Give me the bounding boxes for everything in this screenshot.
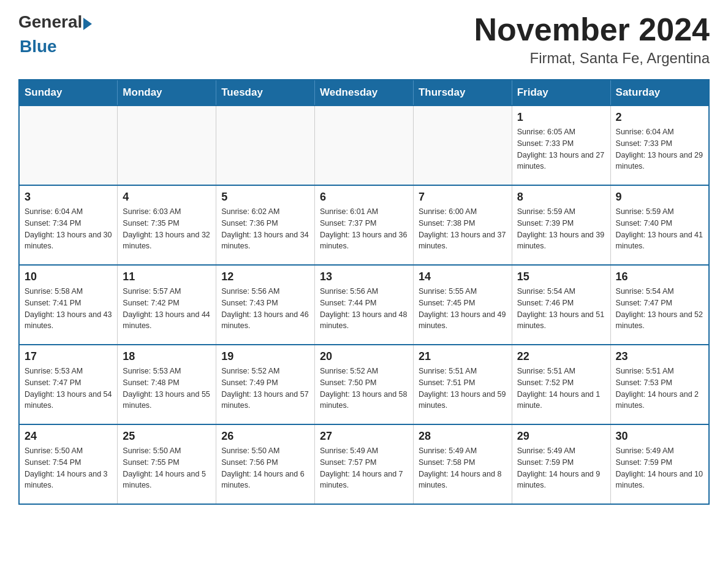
day-info: Sunrise: 5:53 AMSunset: 7:48 PMDaylight:…	[123, 366, 211, 412]
calendar-header-row: SundayMondayTuesdayWednesdayThursdayFrid…	[19, 80, 709, 105]
day-info: Sunrise: 6:00 AMSunset: 7:38 PMDaylight:…	[419, 206, 507, 252]
day-info: Sunrise: 5:54 AMSunset: 7:47 PMDaylight:…	[616, 286, 703, 332]
calendar-cell: 15Sunrise: 5:54 AMSunset: 7:46 PMDayligh…	[512, 265, 610, 345]
title-block: November 2024 Firmat, Santa Fe, Argentin…	[474, 12, 710, 67]
day-info: Sunrise: 5:53 AMSunset: 7:47 PMDaylight:…	[25, 366, 112, 412]
logo: General Blue	[18, 12, 92, 56]
calendar-cell	[315, 105, 414, 185]
day-number: 5	[221, 191, 309, 204]
day-number: 23	[616, 350, 703, 363]
day-number: 2	[616, 111, 703, 124]
calendar-cell	[118, 105, 216, 185]
calendar-week-row: 10Sunrise: 5:58 AMSunset: 7:41 PMDayligh…	[19, 265, 709, 345]
day-number: 4	[123, 191, 211, 204]
day-info: Sunrise: 5:52 AMSunset: 7:50 PMDaylight:…	[320, 366, 408, 412]
calendar-cell	[19, 105, 118, 185]
calendar-cell: 23Sunrise: 5:51 AMSunset: 7:53 PMDayligh…	[610, 345, 709, 424]
day-info: Sunrise: 6:02 AMSunset: 7:36 PMDaylight:…	[221, 206, 309, 252]
day-number: 29	[517, 430, 605, 443]
calendar-cell: 18Sunrise: 5:53 AMSunset: 7:48 PMDayligh…	[118, 345, 216, 424]
day-info: Sunrise: 5:49 AMSunset: 7:57 PMDaylight:…	[320, 445, 408, 491]
day-number: 16	[616, 270, 703, 283]
logo-general-text: General	[18, 12, 82, 32]
calendar-cell: 14Sunrise: 5:55 AMSunset: 7:45 PMDayligh…	[413, 265, 512, 345]
day-number: 30	[616, 430, 703, 443]
day-info: Sunrise: 5:49 AMSunset: 7:59 PMDaylight:…	[517, 445, 605, 491]
day-info: Sunrise: 5:49 AMSunset: 7:58 PMDaylight:…	[419, 445, 507, 491]
day-number: 28	[419, 430, 507, 443]
calendar-cell: 25Sunrise: 5:50 AMSunset: 7:55 PMDayligh…	[118, 424, 216, 504]
calendar-cell: 3Sunrise: 6:04 AMSunset: 7:34 PMDaylight…	[19, 185, 118, 265]
calendar-cell: 27Sunrise: 5:49 AMSunset: 7:57 PMDayligh…	[315, 424, 414, 504]
day-number: 22	[517, 350, 605, 363]
day-info: Sunrise: 5:50 AMSunset: 7:56 PMDaylight:…	[221, 445, 309, 491]
day-info: Sunrise: 5:59 AMSunset: 7:39 PMDaylight:…	[517, 206, 605, 252]
day-info: Sunrise: 6:05 AMSunset: 7:33 PMDaylight:…	[517, 126, 605, 172]
calendar-cell: 20Sunrise: 5:52 AMSunset: 7:50 PMDayligh…	[315, 345, 414, 424]
day-info: Sunrise: 5:50 AMSunset: 7:55 PMDaylight:…	[123, 445, 211, 491]
day-info: Sunrise: 5:51 AMSunset: 7:52 PMDaylight:…	[517, 366, 605, 412]
calendar-cell	[413, 105, 512, 185]
day-number: 9	[616, 191, 703, 204]
calendar-cell: 13Sunrise: 5:56 AMSunset: 7:44 PMDayligh…	[315, 265, 414, 345]
calendar-cell: 4Sunrise: 6:03 AMSunset: 7:35 PMDaylight…	[118, 185, 216, 265]
calendar-cell	[216, 105, 315, 185]
calendar-table: SundayMondayTuesdayWednesdayThursdayFrid…	[18, 79, 710, 505]
calendar-cell: 19Sunrise: 5:52 AMSunset: 7:49 PMDayligh…	[216, 345, 315, 424]
day-info: Sunrise: 6:04 AMSunset: 7:34 PMDaylight:…	[25, 206, 112, 252]
calendar-cell: 8Sunrise: 5:59 AMSunset: 7:39 PMDaylight…	[512, 185, 610, 265]
day-number: 13	[320, 270, 408, 283]
day-info: Sunrise: 5:51 AMSunset: 7:51 PMDaylight:…	[419, 366, 507, 412]
day-number: 11	[123, 270, 211, 283]
day-number: 7	[419, 191, 507, 204]
day-info: Sunrise: 5:49 AMSunset: 7:59 PMDaylight:…	[616, 445, 703, 491]
day-number: 15	[517, 270, 605, 283]
weekday-header-monday: Monday	[118, 80, 216, 105]
day-number: 8	[517, 191, 605, 204]
day-number: 17	[25, 350, 112, 363]
day-info: Sunrise: 5:51 AMSunset: 7:53 PMDaylight:…	[616, 366, 703, 412]
calendar-cell: 16Sunrise: 5:54 AMSunset: 7:47 PMDayligh…	[610, 265, 709, 345]
day-number: 14	[419, 270, 507, 283]
weekday-header-saturday: Saturday	[610, 80, 709, 105]
day-info: Sunrise: 5:59 AMSunset: 7:40 PMDaylight:…	[616, 206, 703, 252]
calendar-cell: 26Sunrise: 5:50 AMSunset: 7:56 PMDayligh…	[216, 424, 315, 504]
calendar-week-row: 3Sunrise: 6:04 AMSunset: 7:34 PMDaylight…	[19, 185, 709, 265]
calendar-cell: 12Sunrise: 5:56 AMSunset: 7:43 PMDayligh…	[216, 265, 315, 345]
logo-arrow-icon	[83, 18, 92, 30]
calendar-cell: 5Sunrise: 6:02 AMSunset: 7:36 PMDaylight…	[216, 185, 315, 265]
calendar-week-row: 1Sunrise: 6:05 AMSunset: 7:33 PMDaylight…	[19, 105, 709, 185]
calendar-cell: 2Sunrise: 6:04 AMSunset: 7:33 PMDaylight…	[610, 105, 709, 185]
day-number: 27	[320, 430, 408, 443]
day-number: 25	[123, 430, 211, 443]
day-number: 21	[419, 350, 507, 363]
calendar-cell: 22Sunrise: 5:51 AMSunset: 7:52 PMDayligh…	[512, 345, 610, 424]
day-info: Sunrise: 6:03 AMSunset: 7:35 PMDaylight:…	[123, 206, 211, 252]
day-number: 12	[221, 270, 309, 283]
calendar-cell: 9Sunrise: 5:59 AMSunset: 7:40 PMDaylight…	[610, 185, 709, 265]
day-number: 19	[221, 350, 309, 363]
day-number: 20	[320, 350, 408, 363]
weekday-header-wednesday: Wednesday	[315, 80, 414, 105]
day-info: Sunrise: 5:52 AMSunset: 7:49 PMDaylight:…	[221, 366, 309, 412]
day-number: 6	[320, 191, 408, 204]
day-number: 10	[25, 270, 112, 283]
calendar-cell: 7Sunrise: 6:00 AMSunset: 7:38 PMDaylight…	[413, 185, 512, 265]
day-info: Sunrise: 5:58 AMSunset: 7:41 PMDaylight:…	[25, 286, 112, 332]
calendar-week-row: 17Sunrise: 5:53 AMSunset: 7:47 PMDayligh…	[19, 345, 709, 424]
calendar-cell: 1Sunrise: 6:05 AMSunset: 7:33 PMDaylight…	[512, 105, 610, 185]
day-info: Sunrise: 5:57 AMSunset: 7:42 PMDaylight:…	[123, 286, 211, 332]
calendar-cell: 30Sunrise: 5:49 AMSunset: 7:59 PMDayligh…	[610, 424, 709, 504]
page-header: General Blue November 2024 Firmat, Santa…	[18, 12, 710, 67]
logo-blue-text: Blue	[20, 37, 92, 56]
day-number: 26	[221, 430, 309, 443]
day-info: Sunrise: 5:50 AMSunset: 7:54 PMDaylight:…	[25, 445, 112, 491]
calendar-title: November 2024	[474, 12, 710, 47]
day-info: Sunrise: 5:56 AMSunset: 7:43 PMDaylight:…	[221, 286, 309, 332]
calendar-cell: 28Sunrise: 5:49 AMSunset: 7:58 PMDayligh…	[413, 424, 512, 504]
calendar-cell: 21Sunrise: 5:51 AMSunset: 7:51 PMDayligh…	[413, 345, 512, 424]
weekday-header-tuesday: Tuesday	[216, 80, 315, 105]
calendar-cell: 10Sunrise: 5:58 AMSunset: 7:41 PMDayligh…	[19, 265, 118, 345]
weekday-header-thursday: Thursday	[413, 80, 512, 105]
calendar-cell: 17Sunrise: 5:53 AMSunset: 7:47 PMDayligh…	[19, 345, 118, 424]
